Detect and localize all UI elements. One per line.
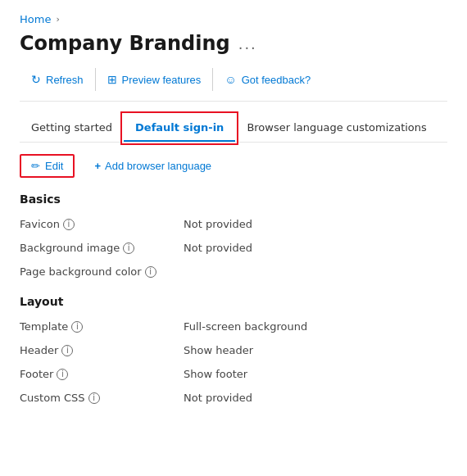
feedback-label: Got feedback? [242, 74, 311, 86]
refresh-button[interactable]: ↻ Refresh [20, 68, 96, 91]
favicon-value: Not provided [184, 215, 447, 233]
layout-section-title: Layout [20, 295, 447, 308]
basics-section-title: Basics [20, 193, 447, 206]
toolbar: ↻ Refresh ⊞ Preview features ☺ Got feedb… [20, 68, 447, 102]
page-title-area: Company Branding ... [20, 32, 447, 55]
page-options-button[interactable]: ... [238, 35, 257, 52]
custom-css-value: Not provided [184, 389, 447, 406]
add-icon: + [94, 160, 101, 172]
action-bar: ✏ Edit + Add browser language [20, 154, 447, 178]
basics-fields: Favicon i Not provided Background image … [20, 215, 447, 280]
header-label: Header i [20, 342, 184, 359]
template-label: Template i [20, 318, 184, 335]
preview-features-button[interactable]: ⊞ Preview features [96, 68, 214, 91]
background-image-label: Background image i [20, 239, 184, 256]
edit-button[interactable]: ✏ Edit [20, 154, 75, 178]
page-background-color-info-icon[interactable]: i [145, 266, 156, 278]
breadcrumb: Home › [20, 13, 447, 25]
add-browser-language-button[interactable]: + Add browser language [88, 156, 218, 175]
refresh-label: Refresh [46, 74, 84, 86]
tab-browser-language[interactable]: Browser language customizations [235, 115, 438, 142]
template-value: Full-screen background [184, 318, 447, 335]
template-info-icon[interactable]: i [71, 321, 83, 333]
tab-getting-started[interactable]: Getting started [20, 115, 124, 142]
breadcrumb-home[interactable]: Home [20, 13, 51, 25]
favicon-info-icon[interactable]: i [63, 219, 75, 230]
custom-css-label: Custom CSS i [20, 389, 184, 406]
background-image-info-icon[interactable]: i [123, 243, 134, 254]
custom-css-info-icon[interactable]: i [88, 392, 100, 404]
add-language-label: Add browser language [105, 160, 211, 172]
edit-label: Edit [45, 160, 63, 172]
layout-fields: Template i Full-screen background Header… [20, 318, 447, 406]
layout-section: Layout Template i Full-screen background… [20, 295, 447, 406]
tab-default-sign-in[interactable]: Default sign-in [124, 115, 235, 142]
refresh-icon: ↻ [31, 73, 41, 86]
footer-info-icon[interactable]: i [57, 369, 68, 380]
feedback-button[interactable]: ☺ Got feedback? [213, 68, 322, 91]
footer-label: Footer i [20, 365, 184, 383]
tabs-bar: Getting started Default sign-in Browser … [20, 115, 447, 143]
breadcrumb-chevron: › [56, 14, 59, 25]
preview-label: Preview features [122, 74, 202, 86]
header-value: Show header [184, 342, 447, 359]
feedback-icon: ☺ [224, 73, 236, 86]
preview-icon: ⊞ [107, 73, 117, 86]
favicon-label: Favicon i [20, 215, 184, 233]
footer-value: Show footer [184, 365, 447, 383]
background-image-value: Not provided [184, 239, 447, 256]
edit-icon: ✏ [31, 160, 40, 172]
page-background-color-label: Page background color i [20, 263, 184, 280]
basics-section: Basics Favicon i Not provided Background… [20, 193, 447, 280]
page-background-color-value [184, 263, 447, 280]
page-title: Company Branding [20, 32, 230, 55]
header-info-icon[interactable]: i [61, 345, 73, 356]
